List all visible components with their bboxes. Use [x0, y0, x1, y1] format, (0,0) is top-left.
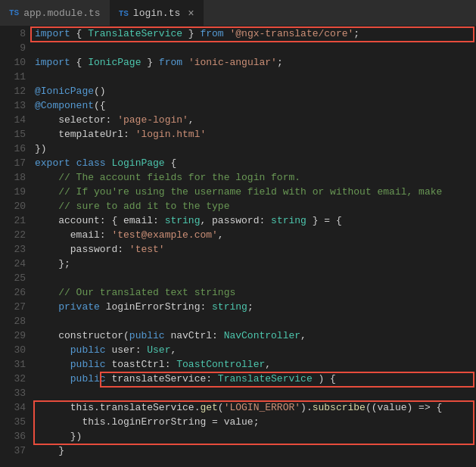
code-line: public translateService: TranslateServic… [32, 372, 476, 386]
line-number: 20 [0, 199, 26, 213]
code-line: import { IonicPage } from 'ionic-angular… [32, 55, 476, 70]
code-line: @Component({ [32, 98, 476, 113]
line-number: 11 [0, 70, 26, 84]
code-line: public toastCtrl: ToastController, [32, 357, 476, 372]
code-line [32, 386, 476, 400]
code-line: // Our translated text strings [32, 285, 476, 300]
line-number: 36 [0, 429, 26, 444]
line-numbers: 8910111213141516171819202122232425262728… [0, 26, 32, 467]
tab-login[interactable]: TS login.ts × [110, 0, 204, 26]
close-icon[interactable]: × [188, 8, 194, 20]
code-line: }; [32, 257, 476, 271]
line-number: 34 [0, 400, 26, 415]
tab-label: login.ts [133, 8, 180, 19]
code-line [32, 70, 476, 84]
line-number: 9 [0, 41, 26, 55]
editor: 8910111213141516171819202122232425262728… [0, 26, 476, 467]
tab-app-module[interactable]: TS app.module.ts [0, 0, 110, 26]
code-line: import { TranslateService } from '@ngx-t… [32, 26, 476, 41]
line-number: 31 [0, 357, 26, 372]
line-number: 21 [0, 213, 26, 228]
code-line: }) [32, 429, 476, 444]
code-line: private loginErrorString: string; [32, 300, 476, 314]
code-line [32, 41, 476, 55]
code-line: }) [32, 142, 476, 156]
code-line [32, 314, 476, 328]
line-number: 24 [0, 257, 26, 271]
code-line: templateUrl: 'login.html' [32, 127, 476, 142]
editor-wrapper: 8910111213141516171819202122232425262728… [0, 26, 476, 467]
line-number: 23 [0, 242, 26, 257]
code-line: @IonicPage() [32, 84, 476, 98]
code-line [32, 271, 476, 285]
tab-label: app.module.ts [23, 8, 100, 19]
code-line: password: 'test' [32, 242, 476, 257]
code-line: email: 'test@example.com', [32, 228, 476, 242]
line-number: 16 [0, 142, 26, 156]
code-line: } [32, 444, 476, 458]
code-line: // If you're using the username field wi… [32, 185, 476, 199]
code-line: // The account fields for the login form… [32, 170, 476, 185]
line-number: 35 [0, 415, 26, 429]
line-number: 10 [0, 55, 26, 70]
line-number: 26 [0, 285, 26, 300]
ts-icon: TS [9, 8, 19, 17]
line-number: 8 [0, 26, 26, 41]
line-number: 12 [0, 84, 26, 98]
code-line: this.translateService.get('LOGIN_ERROR')… [32, 400, 476, 415]
line-number: 18 [0, 170, 26, 185]
line-number: 17 [0, 156, 26, 170]
line-number: 27 [0, 300, 26, 314]
line-number: 28 [0, 314, 26, 328]
code-line: selector: 'page-login', [32, 113, 476, 127]
code-content: import { TranslateService } from '@ngx-t… [32, 26, 476, 467]
code-line: public user: User, [32, 343, 476, 357]
ts-icon: TS [119, 9, 129, 18]
line-number: 25 [0, 271, 26, 285]
code-line: export class LoginPage { [32, 156, 476, 170]
line-number: 19 [0, 185, 26, 199]
line-number: 14 [0, 113, 26, 127]
line-number: 32 [0, 372, 26, 386]
line-number: 22 [0, 228, 26, 242]
line-number: 37 [0, 444, 26, 458]
line-number: 15 [0, 127, 26, 142]
code-line: account: { email: string, password: stri… [32, 213, 476, 228]
tab-bar: TS app.module.ts TS login.ts × [0, 0, 476, 26]
code-line: this.loginErrorString = value; [32, 415, 476, 429]
line-number: 33 [0, 386, 26, 400]
line-number: 30 [0, 343, 26, 357]
line-number: 13 [0, 98, 26, 113]
line-number: 29 [0, 328, 26, 343]
code-line: constructor(public navCtrl: NavControlle… [32, 328, 476, 343]
code-line: // sure to add it to the type [32, 199, 476, 213]
